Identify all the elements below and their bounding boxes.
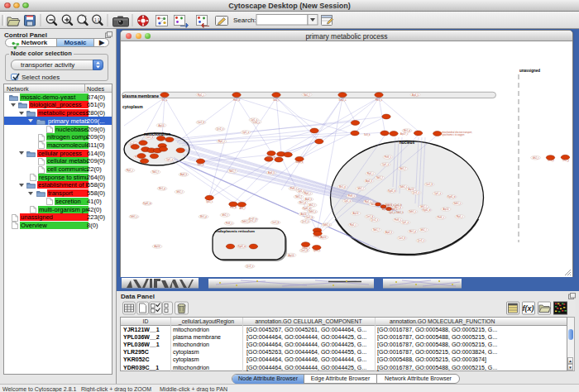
svg-text:Cyt1_a: Cyt1_a [242, 131, 250, 134]
svg-text:Flr1_d: Flr1_d [230, 206, 237, 209]
svg-text:Vma2_k: Vma2_k [302, 246, 310, 250]
svg-text:Hxt4_b: Hxt4_b [233, 98, 241, 102]
svg-text:Rip1_c: Rip1_c [198, 93, 205, 97]
svg-text:Qcr2_x: Qcr2_x [249, 219, 256, 222]
svg-text:cytoplasm: cytoplasm [122, 104, 143, 109]
svg-text:Ndi1_f: Ndi1_f [376, 176, 383, 179]
svg-text:Idh2_t: Idh2_t [533, 156, 538, 160]
svg-text:Kgd1_w: Kgd1_w [423, 208, 431, 212]
svg-text:Cor1_b: Cor1_b [146, 136, 154, 139]
svg-text:Cor1_b: Cor1_b [301, 249, 309, 252]
svg-text:Qcr2_x: Qcr2_x [246, 265, 254, 268]
svg-text:Rip1_c: Rip1_c [367, 172, 375, 175]
svg-text:Cyt1_a: Cyt1_a [434, 192, 442, 195]
svg-text:Cyt1_a: Cyt1_a [382, 163, 390, 166]
svg-text:Pet9_s: Pet9_s [395, 218, 402, 222]
svg-text:Sdh1_s: Sdh1_s [131, 215, 139, 218]
svg-text:Mir1_p: Mir1_p [299, 201, 306, 204]
svg-text:Cyt1_a Sdh2_k: Cyt1_a Sdh2_k [389, 211, 404, 214]
svg-text:Atp16_b Rip1_c: Atp16_b Rip1_c [382, 208, 398, 211]
svg-text:Cyt1_a: Cyt1_a [402, 221, 409, 224]
svg-text:Kgd1_w: Kgd1_w [238, 245, 246, 248]
svg-text:Gal2_c: Gal2_c [273, 98, 280, 102]
svg-text:Kgd1_w: Kgd1_w [388, 189, 396, 193]
svg-text:Qcr6_s Cor1_b: Qcr6_s Cor1_b [387, 203, 402, 207]
svg-text:nucleus: nucleus [400, 141, 414, 145]
svg-text:Pdr5_x: Pdr5_x [376, 98, 383, 102]
svg-text:Atp14: Atp14 [159, 124, 165, 127]
svg-text:Cyt1_a: Cyt1_a [251, 118, 258, 122]
svg-text:Pet9_s: Pet9_s [385, 155, 392, 159]
svg-text:f(x): f(x) [523, 304, 534, 313]
svg-text:cytochrome c to oxygen: cytochrome c to oxygen [442, 133, 465, 136]
svg-text:Cor1_b: Cor1_b [399, 237, 406, 240]
svg-text:Qcr2_x: Qcr2_x [217, 127, 224, 131]
svg-text:Cyt1_a: Cyt1_a [344, 199, 352, 203]
svg-text:Kgd1_w: Kgd1_w [447, 195, 456, 198]
svg-text:Atp4_k: Atp4_k [412, 93, 419, 97]
svg-text:Idh2_t: Idh2_t [176, 190, 182, 194]
svg-text:Rip1_c: Rip1_c [350, 223, 357, 227]
svg-text:Rip1_c: Rip1_c [218, 140, 226, 143]
svg-text:Ndi1_f: Ndi1_f [304, 93, 310, 97]
svg-text:Snq2_a: Snq2_a [339, 98, 347, 102]
svg-text:Sdh1_s: Sdh1_s [409, 210, 418, 213]
svg-text:Atp14: Atp14 [289, 254, 294, 257]
svg-text:Cor1_b: Cor1_b [272, 221, 280, 224]
svg-text:Idh2_t: Idh2_t [222, 213, 227, 217]
svg-text:Sal1_b: Sal1_b [197, 163, 204, 166]
svg-text:Qcr2_x: Qcr2_x [413, 191, 420, 194]
svg-text:Atr1_f: Atr1_f [240, 207, 246, 210]
svg-text:Agp1_w: Agp1_w [267, 155, 275, 159]
svg-text:Ndi1_f: Ndi1_f [400, 167, 406, 170]
svg-text:Ndi1_f: Ndi1_f [229, 170, 236, 173]
svg-text:Atp4_k: Atp4_k [385, 231, 393, 234]
svg-text:Rip1_c: Rip1_c [304, 192, 312, 195]
svg-text:Idh2_t: Idh2_t [420, 205, 426, 208]
svg-text:Qcr2_x: Qcr2_x [371, 218, 379, 222]
svg-text:Atp4_k: Atp4_k [268, 171, 275, 174]
svg-text:Atp4_k: Atp4_k [305, 198, 313, 201]
svg-text:Search:: Search: [233, 17, 256, 24]
svg-text:Rip1_c: Rip1_c [457, 215, 464, 218]
svg-text:Kgd1_w: Kgd1_w [143, 202, 151, 205]
svg-text:Sdh1_s: Sdh1_s [400, 185, 409, 189]
svg-text:Pet9_s: Pet9_s [290, 187, 298, 190]
svg-text:Bap2_q: Bap2_q [296, 160, 304, 164]
svg-text:Orf1_x: Orf1_x [548, 159, 554, 162]
svg-text:Mir1_p: Mir1_p [200, 215, 207, 218]
svg-text:plasma membrane: plasma membrane [122, 93, 159, 98]
svg-text:Pet9_s: Pet9_s [226, 222, 233, 225]
svg-text:Atp14: Atp14 [155, 245, 160, 248]
svg-text:Cor1_b: Cor1_b [426, 183, 433, 186]
svg-text:Atp14: Atp14 [301, 213, 307, 216]
svg-text:Sdh1_s: Sdh1_s [454, 202, 462, 205]
svg-text:Idh2_t: Idh2_t [357, 187, 363, 190]
svg-text:Atp14: Atp14 [353, 212, 359, 215]
svg-text:Idh2_t: Idh2_t [420, 228, 426, 232]
svg-text:Mir1_p: Mir1_p [339, 185, 346, 189]
svg-text:Atp4_k: Atp4_k [366, 179, 373, 183]
svg-text:Mir1_p: Mir1_p [404, 129, 410, 132]
svg-text:Orf2_y: Orf2_y [562, 159, 569, 162]
svg-text:Atp14: Atp14 [409, 188, 414, 191]
svg-text:Vph1_s: Vph1_s [313, 249, 322, 252]
svg-text:mitochondrion: mitochondrion [144, 132, 170, 136]
svg-text:Cor1_b: Cor1_b [198, 121, 205, 124]
svg-text:Sdh1_s: Sdh1_s [309, 210, 318, 213]
svg-text:Itr1_a: Itr1_a [162, 98, 168, 102]
svg-text:Pet9_s: Pet9_s [438, 216, 445, 219]
svg-text:Mir1_p: Mir1_p [159, 187, 165, 190]
svg-text:Ndi1_f: Ndi1_f [152, 170, 159, 174]
svg-text:Cyt1_a: Cyt1_a [166, 158, 174, 161]
svg-text:Atp14: Atp14 [443, 208, 449, 211]
svg-text:Ndi1_f: Ndi1_f [373, 228, 380, 232]
svg-text:Tpo1_s: Tpo1_s [206, 200, 213, 203]
svg-text:Mir1_p: Mir1_p [409, 230, 416, 233]
svg-text:Sdh1_s: Sdh1_s [323, 223, 332, 227]
svg-text:Atp17_c: Atp17_c [400, 132, 409, 136]
svg-text:Kgd1_w: Kgd1_w [303, 207, 311, 210]
svg-text:Qcr2_x: Qcr2_x [418, 239, 425, 242]
svg-text:endoplasmic reticulum: endoplasmic reticulum [215, 229, 255, 233]
svg-text:Cor1_b: Cor1_b [306, 216, 313, 219]
